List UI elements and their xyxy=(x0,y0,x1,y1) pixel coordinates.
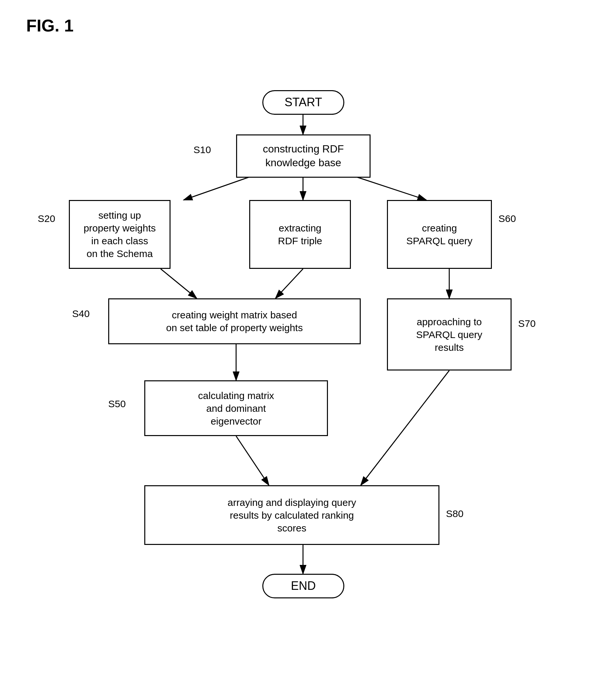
start-node: START xyxy=(262,90,344,115)
s60-node: creating SPARQL query xyxy=(387,200,492,269)
s50-label: S50 xyxy=(108,398,125,410)
svg-line-10 xyxy=(361,371,449,485)
s80-label: S80 xyxy=(446,508,463,519)
svg-line-2 xyxy=(184,177,249,200)
s40-node: creating weight matrix based on set tabl… xyxy=(108,298,361,344)
svg-line-4 xyxy=(357,177,426,200)
s40-label: S40 xyxy=(72,308,90,319)
end-node: END xyxy=(262,574,344,598)
s30-node: extracting RDF triple xyxy=(249,200,351,269)
figure-title: FIG. 1 xyxy=(26,16,73,36)
svg-line-6 xyxy=(276,269,303,298)
s20-label: S20 xyxy=(38,213,55,224)
svg-line-5 xyxy=(161,269,197,298)
s80-node: arraying and displaying query results by… xyxy=(144,485,439,545)
s20-node: setting up property weights in each clas… xyxy=(69,200,170,269)
s60-label: S60 xyxy=(498,213,516,224)
s10-node: constructing RDF knowledge base xyxy=(236,135,371,178)
s70-label: S70 xyxy=(518,318,536,329)
flowchart: START constructing RDF knowledge base S1… xyxy=(0,39,606,695)
svg-line-9 xyxy=(236,436,269,485)
s70-node: approaching to SPARQL query results xyxy=(387,298,512,371)
s10-label: S10 xyxy=(193,144,211,156)
s50-node: calculating matrix and dominant eigenvec… xyxy=(144,380,328,436)
